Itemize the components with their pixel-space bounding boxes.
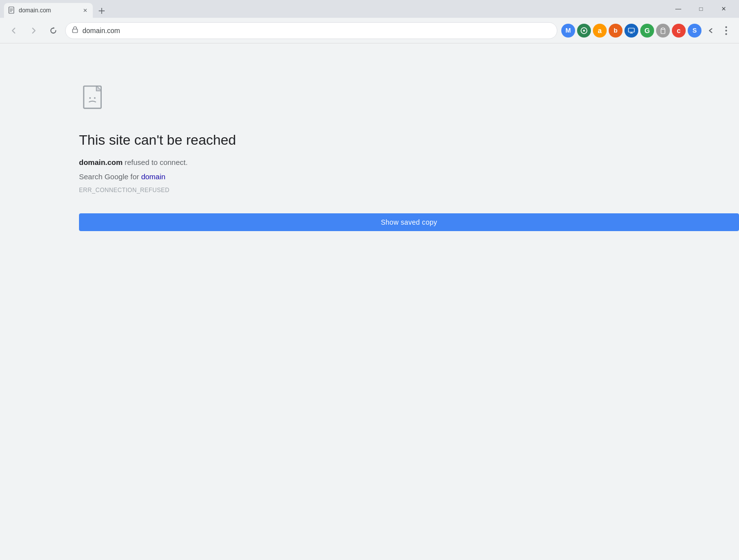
search-prefix: Search Google for <box>79 172 141 181</box>
close-button[interactable]: ✕ <box>712 0 735 18</box>
minimize-button[interactable]: — <box>667 0 690 18</box>
extension-arrow-icon[interactable] <box>703 24 717 38</box>
back-button[interactable] <box>6 23 22 39</box>
extension-red-icon[interactable]: c <box>672 24 686 38</box>
extension-screen-icon[interactable] <box>624 24 638 38</box>
extension-b-icon[interactable]: b <box>609 24 622 38</box>
svg-rect-9 <box>628 28 634 32</box>
svg-point-18 <box>89 97 91 99</box>
tab-bar: domain.com ✕ <box>4 0 109 18</box>
extension-clipboard-icon[interactable] <box>656 24 670 38</box>
extension-q-icon[interactable] <box>577 24 591 38</box>
extension-g-icon[interactable]: G <box>640 24 654 38</box>
svg-point-15 <box>725 30 727 32</box>
extension-s-icon[interactable]: S <box>688 24 701 38</box>
extension-amazon-icon[interactable]: a <box>593 24 607 38</box>
maximize-button[interactable]: □ <box>690 0 712 18</box>
error-description: domain.com refused to connect. <box>79 158 739 166</box>
svg-point-8 <box>583 30 585 32</box>
reload-button[interactable] <box>45 23 61 39</box>
error-description-suffix: refused to connect. <box>122 158 188 166</box>
browser-tab[interactable]: domain.com ✕ <box>4 3 93 18</box>
google-search-link[interactable]: domain <box>141 172 165 181</box>
svg-point-16 <box>725 33 727 35</box>
svg-rect-13 <box>662 28 664 29</box>
error-page-icon <box>79 83 739 117</box>
browser-window: domain.com ✕ — □ ✕ <box>0 0 739 560</box>
svg-point-19 <box>94 97 95 99</box>
forward-button[interactable] <box>26 23 41 39</box>
tab-close-button[interactable]: ✕ <box>81 6 89 14</box>
tab-title: domain.com <box>19 7 51 14</box>
extension-m-icon[interactable]: M <box>561 24 575 38</box>
browser-toolbar: M a b G c S <box>0 18 739 43</box>
error-domain: domain.com <box>79 158 122 166</box>
svg-point-14 <box>725 26 727 28</box>
new-tab-button[interactable] <box>95 4 109 18</box>
chrome-menu-button[interactable] <box>719 24 733 38</box>
address-bar-container[interactable] <box>65 22 557 39</box>
error-code: ERR_CONNECTION_REFUSED <box>79 187 739 194</box>
error-title: This site can't be reached <box>79 132 739 148</box>
tab-favicon <box>8 6 16 14</box>
title-bar: domain.com ✕ — □ ✕ <box>0 0 739 18</box>
show-saved-copy-button[interactable]: Show saved copy <box>79 213 739 231</box>
address-input[interactable] <box>82 27 551 35</box>
address-security-icon <box>72 26 78 35</box>
svg-rect-6 <box>73 29 78 33</box>
page-content: This site can't be reached domain.com re… <box>0 43 739 560</box>
google-search-text: Search Google for domain <box>79 172 739 181</box>
extensions-bar: M a b G c S <box>561 24 733 38</box>
window-controls: — □ ✕ <box>667 0 735 18</box>
